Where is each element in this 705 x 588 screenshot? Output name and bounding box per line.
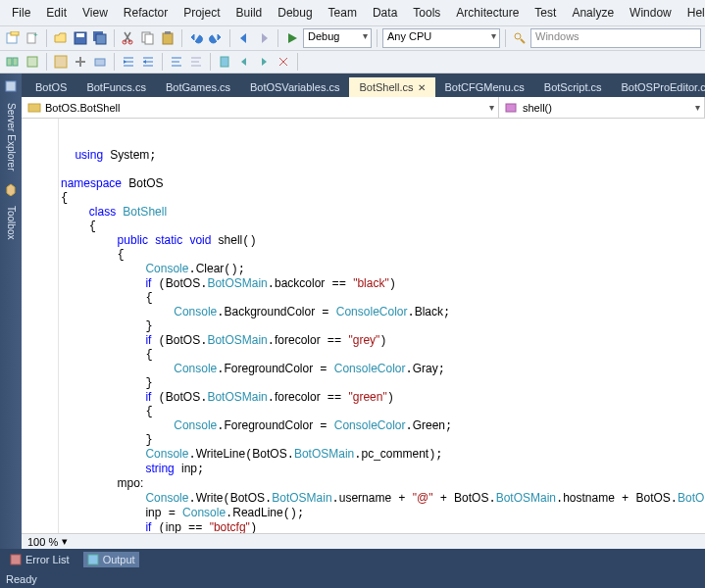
undo-icon[interactable] [187, 29, 205, 47]
code-nav-bar: BotOS.BotShell shell() [22, 97, 705, 119]
menu-project[interactable]: Project [176, 2, 227, 24]
zoom-dropdown-icon[interactable]: ▾ [62, 535, 68, 548]
prev-bookmark-icon[interactable] [235, 53, 253, 71]
document-tabstrip: BotOS BotFuncs.cs BotGames.cs BotOSVaria… [22, 74, 705, 97]
svg-rect-23 [506, 104, 516, 112]
menu-test[interactable]: Test [527, 2, 564, 24]
class-selector[interactable]: BotOS.BotShell [22, 97, 499, 118]
svg-rect-24 [11, 555, 21, 564]
save-all-icon[interactable] [91, 29, 109, 47]
comment-icon[interactable] [168, 53, 185, 71]
open-file-icon[interactable] [52, 29, 70, 47]
uncomment-icon[interactable] [187, 53, 205, 71]
svg-point-14 [515, 33, 521, 39]
toolbox-rail-icon[interactable] [2, 180, 20, 198]
tab-botosvariables[interactable]: BotOSVariables.cs [240, 77, 350, 97]
quick-launch-input[interactable]: Windows [530, 28, 701, 48]
tab-botfuncs[interactable]: BotFuncs.cs [76, 77, 156, 97]
svg-rect-5 [76, 33, 84, 37]
svg-rect-20 [221, 57, 228, 67]
menu-edit[interactable]: Edit [38, 2, 75, 24]
status-bar: Ready [0, 570, 705, 588]
object-browser-icon[interactable] [4, 53, 22, 71]
find-icon[interactable] [511, 29, 529, 47]
zoom-level[interactable]: 100 % [27, 536, 58, 548]
menu-data[interactable]: Data [365, 2, 405, 24]
new-project-icon[interactable] [4, 29, 22, 47]
solution-explorer-icon[interactable] [24, 53, 41, 71]
svg-rect-16 [13, 58, 18, 66]
menu-file[interactable]: File [4, 2, 38, 24]
code-editor[interactable]: using System; namespace BotOS { class Bo… [22, 119, 705, 533]
tab-botos[interactable]: BotOS [25, 77, 76, 97]
increase-indent-icon[interactable] [139, 53, 157, 71]
copy-icon[interactable] [139, 29, 157, 47]
outline-gutter [45, 119, 59, 533]
clear-bookmarks-icon[interactable] [275, 53, 292, 71]
tab-botshell[interactable]: BotShell.cs✕ [349, 77, 434, 97]
left-tool-rail: Server Explorer Toolbox [0, 74, 22, 549]
platform-dropdown[interactable]: Any CPU [382, 28, 500, 48]
svg-rect-25 [88, 555, 98, 564]
text-editor-toolbar [0, 51, 705, 74]
toolbox-label[interactable]: Toolbox [6, 206, 17, 239]
class-view-icon[interactable] [52, 53, 70, 71]
zoom-bar: 100 % ▾ [22, 533, 705, 549]
svg-rect-1 [11, 31, 19, 35]
menu-window[interactable]: Window [622, 2, 680, 24]
output-tab[interactable]: Output [83, 552, 139, 567]
nav-fwd-icon[interactable] [255, 29, 273, 47]
method-icon [505, 103, 519, 113]
server-explorer-icon[interactable] [2, 77, 20, 95]
server-explorer-label[interactable]: Server Explorer [6, 103, 17, 171]
error-list-tab[interactable]: Error List [6, 552, 74, 567]
toolbox-icon[interactable] [91, 53, 109, 71]
add-item-icon[interactable]: + [24, 29, 41, 47]
tab-botgames[interactable]: BotGames.cs [156, 77, 240, 97]
svg-rect-19 [95, 59, 105, 66]
bottom-tool-tabs: Error List Output [0, 549, 705, 570]
menu-tools[interactable]: Tools [405, 2, 448, 24]
menu-refactor[interactable]: Refactor [116, 2, 176, 24]
nav-back-icon[interactable] [235, 29, 253, 47]
tab-botcfgmenu[interactable]: BotCFGMenu.cs [435, 77, 534, 97]
menu-build[interactable]: Build [228, 2, 271, 24]
menu-help[interactable]: Help [680, 2, 705, 24]
start-debug-icon[interactable] [283, 29, 301, 47]
bookmark-icon[interactable] [216, 53, 233, 71]
svg-rect-13 [165, 31, 171, 34]
output-icon [87, 554, 99, 565]
svg-rect-15 [7, 58, 12, 66]
svg-rect-11 [145, 34, 153, 44]
paste-icon[interactable] [159, 29, 176, 47]
svg-rect-21 [6, 81, 16, 91]
menu-architecture[interactable]: Architecture [448, 2, 527, 24]
menu-debug[interactable]: Debug [270, 2, 320, 24]
member-selector[interactable]: shell() [499, 97, 705, 118]
svg-rect-22 [28, 104, 40, 112]
svg-rect-17 [27, 57, 37, 67]
close-tab-icon[interactable]: ✕ [418, 82, 426, 93]
decrease-indent-icon[interactable] [120, 53, 137, 71]
properties-icon[interactable] [72, 53, 89, 71]
svg-rect-7 [96, 34, 106, 44]
svg-rect-12 [163, 33, 173, 44]
standard-toolbar: + Debug Any CPU Windows [0, 26, 705, 51]
redo-icon[interactable] [207, 29, 225, 47]
save-icon[interactable] [72, 29, 89, 47]
status-text: Ready [6, 573, 37, 585]
tab-botscript[interactable]: BotScript.cs [534, 77, 612, 97]
class-icon [27, 103, 41, 113]
menu-analyze[interactable]: Analyze [564, 2, 622, 24]
menu-view[interactable]: View [75, 2, 116, 24]
configuration-dropdown[interactable]: Debug [303, 28, 372, 48]
next-bookmark-icon[interactable] [255, 53, 273, 71]
cut-icon[interactable] [120, 29, 137, 47]
tab-botosproeditor[interactable]: BotOSProEditor.cs [612, 77, 705, 97]
menu-bar: File Edit View Refactor Project Build De… [0, 0, 705, 26]
menu-team[interactable]: Team [321, 2, 365, 24]
svg-text:+: + [33, 31, 38, 39]
svg-rect-18 [55, 56, 67, 68]
error-list-icon [10, 554, 22, 565]
